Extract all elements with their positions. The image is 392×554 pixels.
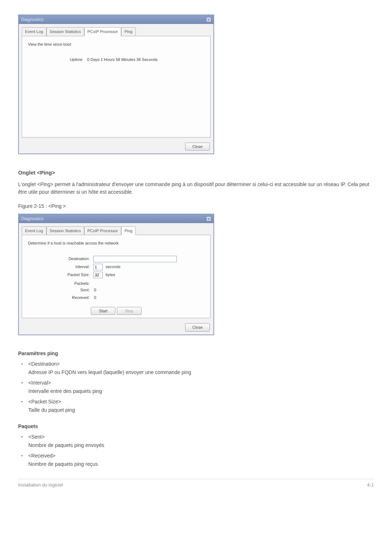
heading-onglet-ping: Onglet <Ping> [18,169,374,177]
param-desc: Intervalle entre des paquets ping [28,387,374,395]
list-item: <Received> Nombre de paquets ping reçus [20,452,374,468]
diagnostics-dialog-pcoip: Diagnostics ✕ Event Log Session Statisti… [18,15,214,154]
paragraph-ping-desc: L'onglet <Ping> permet à l'administrateu… [18,181,374,196]
list-item: <Packet Size> Taille du paquet ping [20,398,374,414]
tab-pcoip-processor[interactable]: PCoIP Processor [84,27,121,36]
param-name: <Received> [28,453,56,459]
footer-right: 4-1 [367,481,374,489]
uptime-row: Uptime 0 Days 1 Hours 58 Minutes 36 Seco… [28,57,204,63]
tab-panel-pcoip: View the time since boot Uptime 0 Days 1… [22,36,211,138]
param-desc: Adresse IP ou FQDN vers lequel (laquelle… [28,369,374,376]
interval-input[interactable] [93,264,103,270]
page-footer: Installation du logiciel 4-1 [18,479,374,489]
tab-strip: Event Log Session Statistics PCoIP Proce… [19,24,213,36]
interval-unit: seconds [106,264,121,270]
close-button[interactable]: Close [185,323,210,332]
row-sent: Sent: 0 [28,287,204,293]
list-item: <Sent> Nombre de paquets ping envoyés [20,433,374,449]
param-name: <Sent> [28,434,45,440]
row-packet-size: Packet Size: bytes [28,272,204,278]
received-label: Received: [28,295,93,301]
tab-session-statistics[interactable]: Session Statistics [46,226,84,235]
titlebar[interactable]: Diagnostics ✕ [19,214,213,223]
list-item: <Interval> Intervalle entre des paquets … [20,379,374,395]
heading-parametres-ping: Paramètres ping [18,350,374,357]
stop-button[interactable]: Stop [117,307,142,315]
diagnostics-dialog-ping: Diagnostics ✕ Event Log Session Statisti… [18,214,214,335]
param-name: <Interval> [28,380,51,386]
dialog-footer: Close [19,140,213,154]
dialog-footer: Close [19,321,213,335]
tab-ping[interactable]: Ping [121,27,136,36]
close-button[interactable]: Close [185,143,210,151]
uptime-value: 0 Days 1 Hours 58 Minutes 36 Seconds [87,57,158,62]
row-interval: Interval: seconds [28,264,204,270]
packet-size-input[interactable] [93,272,103,278]
tab-event-log[interactable]: Event Log [22,226,46,235]
footer-left: Installation du logiciel [18,481,63,489]
param-name: <Packet Size> [28,399,61,405]
row-received: Received: 0 [28,295,204,301]
tab-strip: Event Log Session Statistics PCoIP Proce… [19,223,213,235]
tab-event-log[interactable]: Event Log [22,27,46,36]
row-destination: Destination: [28,256,204,262]
window-title: Diagnostics [21,216,44,222]
param-name: <Destination> [28,361,60,367]
titlebar[interactable]: Diagnostics ✕ [19,15,213,24]
param-desc: Taille du paquet ping [28,406,374,414]
tab-panel-ping: Determine if a host is reachable across … [22,235,211,318]
received-value: 0 [94,295,96,301]
destination-label: Destination: [28,256,93,262]
tab-session-statistics[interactable]: Session Statistics [46,27,84,36]
panel-description: Determine if a host is reachable across … [28,240,204,246]
button-row: Start Stop [22,307,210,315]
packets-subheader: Packets: [28,280,93,287]
list-item: <Destination> Adresse IP ou FQDN vers le… [20,360,374,376]
param-desc: Nombre de paquets ping reçus [28,460,374,468]
params-list: <Destination> Adresse IP ou FQDN vers le… [18,360,374,414]
sent-value: 0 [94,287,96,293]
window-title: Diagnostics [21,16,44,23]
packets-list: <Sent> Nombre de paquets ping envoyés <R… [18,433,374,468]
destination-input[interactable] [93,256,177,262]
close-icon[interactable]: ✕ [206,17,211,22]
heading-paquets: Paquets [18,423,374,430]
figure-caption: Figure 2-15 : <Ping > [18,202,374,210]
start-button[interactable]: Start [91,307,115,315]
packet-size-unit: bytes [106,272,115,278]
interval-label: Interval: [28,264,93,270]
packet-size-label: Packet Size: [28,272,93,278]
param-desc: Nombre de paquets ping envoyés [28,442,374,449]
tab-pcoip-processor[interactable]: PCoIP Processor [84,226,121,235]
tab-ping[interactable]: Ping [121,226,136,235]
panel-description: View the time since boot [28,41,204,48]
uptime-label: Uptime [64,57,82,63]
sent-label: Sent: [28,287,93,293]
close-icon[interactable]: ✕ [206,216,211,221]
